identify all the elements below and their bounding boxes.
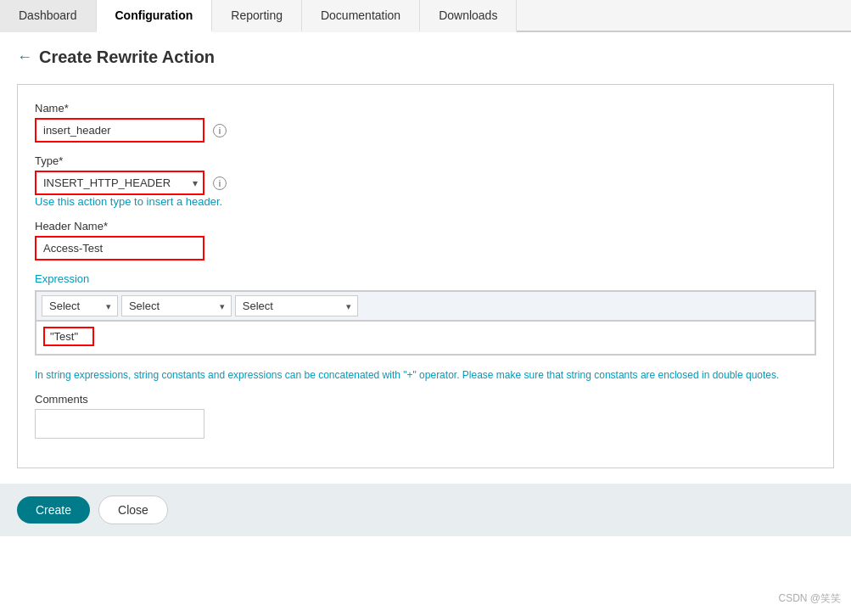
create-button[interactable]: Create — [17, 496, 90, 524]
comments-input[interactable] — [35, 409, 204, 439]
header-name-label: Header Name* — [35, 220, 816, 232]
back-arrow-icon[interactable]: ← — [17, 48, 32, 66]
expr-select3[interactable]: Select — [235, 295, 358, 316]
breadcrumb-title: ← Create Rewrite Action — [17, 48, 834, 67]
expr-select2[interactable]: Select — [121, 295, 232, 316]
expression-selects-row: Select Select Select — [36, 291, 815, 321]
comments-group: Comments — [35, 393, 816, 439]
tab-documentation[interactable]: Documentation — [302, 0, 420, 32]
page-content: ← Create Rewrite Action Name* i Type* IN… — [0, 32, 851, 484]
type-hint: Use this action type to insert a header. — [35, 195, 816, 208]
type-label: Type* — [35, 154, 816, 167]
expr-select1[interactable]: Select — [42, 295, 118, 316]
top-nav: Dashboard Configuration Reporting Docume… — [0, 0, 851, 32]
type-row: INSERT_HTTP_HEADER DELETE_HTTP_HEADER AD… — [35, 171, 816, 195]
expression-outer: Select Select Select — [35, 290, 816, 356]
form-card: Name* i Type* INSERT_HTTP_HEADER DELETE_… — [17, 84, 834, 468]
tab-configuration[interactable]: Configuration — [97, 0, 213, 32]
expression-value[interactable]: "Test" — [43, 327, 94, 346]
page-title: Create Rewrite Action — [39, 48, 215, 67]
name-input[interactable] — [35, 118, 204, 143]
tab-reporting[interactable]: Reporting — [212, 0, 302, 32]
close-button[interactable]: Close — [98, 496, 168, 524]
expression-group: Expression Select Select — [35, 272, 816, 356]
tab-downloads[interactable]: Downloads — [420, 0, 517, 32]
form-footer: Create Close — [0, 484, 851, 536]
expr-select2-wrapper: Select — [121, 295, 232, 316]
concat-hint: In string expressions, string constants … — [35, 367, 816, 383]
name-group: Name* i — [35, 102, 816, 143]
comments-label: Comments — [35, 393, 816, 406]
expr-select1-wrapper: Select — [42, 295, 118, 316]
expr-select3-wrapper: Select — [235, 295, 358, 316]
type-select-wrapper: INSERT_HTTP_HEADER DELETE_HTTP_HEADER AD… — [35, 171, 204, 195]
type-group: Type* INSERT_HTTP_HEADER DELETE_HTTP_HEA… — [35, 154, 816, 208]
type-select[interactable]: INSERT_HTTP_HEADER DELETE_HTTP_HEADER AD… — [35, 171, 204, 195]
name-label: Name* — [35, 102, 816, 115]
header-name-group: Header Name* — [35, 220, 816, 260]
header-name-input[interactable] — [35, 236, 204, 260]
expression-label: Expression — [35, 272, 816, 285]
tab-dashboard[interactable]: Dashboard — [0, 0, 97, 32]
type-info-icon[interactable]: i — [213, 176, 227, 190]
expression-textarea-wrapper: "Test" — [36, 321, 815, 355]
name-info-icon[interactable]: i — [213, 124, 227, 137]
